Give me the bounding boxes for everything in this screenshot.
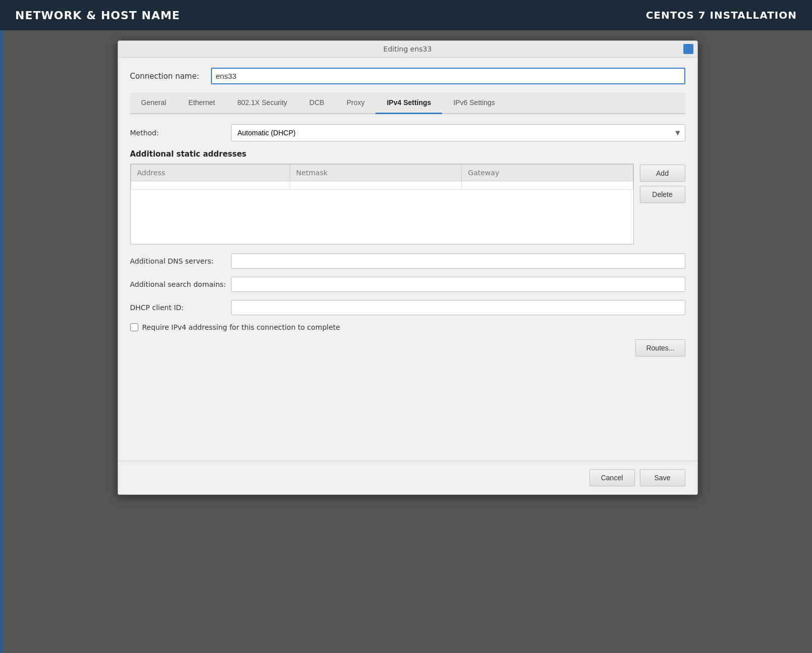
add-button[interactable]: Add — [640, 165, 685, 182]
static-addresses-title: Additional static addresses — [130, 149, 685, 159]
editing-dialog: Editing ens33 Connection name: General E… — [118, 40, 698, 495]
search-domains-row: Additional search domains: — [130, 277, 685, 292]
dialog-title: Editing ens33 — [384, 45, 432, 53]
dialog-overlay: Editing ens33 Connection name: General E… — [3, 30, 812, 653]
method-select-wrapper: Automatic (DHCP) Manual Link-Local Only … — [231, 124, 685, 141]
top-bar: NETWORK & HOST NAME CENTOS 7 INSTALLATIO… — [0, 0, 812, 30]
tab-dcb[interactable]: DCB — [298, 92, 336, 114]
tab-ipv6[interactable]: IPv6 Settings — [442, 92, 506, 114]
method-row: Method: Automatic (DHCP) Manual Link-Loc… — [130, 124, 685, 141]
tab-general[interactable]: General — [130, 92, 178, 114]
dialog-footer: Cancel Save — [118, 461, 697, 494]
tab-ipv4[interactable]: IPv4 Settings — [375, 92, 442, 114]
app-subtitle: CENTOS 7 INSTALLATION — [646, 9, 797, 21]
connection-name-row: Connection name: — [130, 68, 685, 84]
address-table-wrapper: Address Netmask Gateway — [130, 164, 634, 244]
method-select[interactable]: Automatic (DHCP) Manual Link-Local Only … — [231, 124, 685, 141]
require-ipv4-row: Require IPv4 addressing for this connect… — [130, 323, 685, 331]
dhcp-client-id-input[interactable] — [231, 300, 685, 315]
cancel-button[interactable]: Cancel — [589, 469, 635, 486]
routes-row: Routes... — [130, 339, 685, 357]
tab-proxy[interactable]: Proxy — [336, 92, 376, 114]
col-gateway: Gateway — [462, 165, 633, 181]
dns-row: Additional DNS servers: — [130, 254, 685, 269]
dialog-close-button[interactable] — [683, 44, 693, 54]
method-label: Method: — [130, 129, 231, 137]
require-ipv4-label[interactable]: Require IPv4 addressing for this connect… — [142, 323, 340, 331]
address-table: Address Netmask Gateway — [131, 164, 633, 190]
address-section: Address Netmask Gateway — [130, 164, 685, 244]
search-domains-input[interactable] — [231, 277, 685, 292]
app-title: NETWORK & HOST NAME — [15, 9, 180, 22]
dialog-titlebar: Editing ens33 — [118, 41, 697, 58]
routes-button[interactable]: Routes... — [635, 339, 685, 357]
table-row — [131, 181, 633, 190]
dhcp-client-id-label: DHCP client ID: — [130, 304, 231, 312]
tabs-bar: General Ethernet 802.1X Security DCB Pro… — [130, 92, 685, 114]
connection-name-label: Connection name: — [130, 72, 211, 81]
dialog-body: Connection name: General Ethernet 802.1X… — [118, 58, 697, 461]
search-domains-label: Additional search domains: — [130, 280, 231, 288]
tab-ethernet[interactable]: Ethernet — [177, 92, 226, 114]
col-address: Address — [131, 165, 290, 181]
tab-security[interactable]: 802.1X Security — [226, 92, 298, 114]
dns-label: Additional DNS servers: — [130, 257, 231, 265]
address-buttons: Add Delete — [640, 164, 685, 244]
col-netmask: Netmask — [290, 165, 461, 181]
delete-button[interactable]: Delete — [640, 186, 685, 203]
require-ipv4-checkbox[interactable] — [130, 323, 138, 331]
dns-input[interactable] — [231, 254, 685, 269]
connection-name-input[interactable] — [211, 68, 685, 84]
dhcp-client-id-row: DHCP client ID: — [130, 300, 685, 315]
save-button[interactable]: Save — [640, 469, 685, 486]
